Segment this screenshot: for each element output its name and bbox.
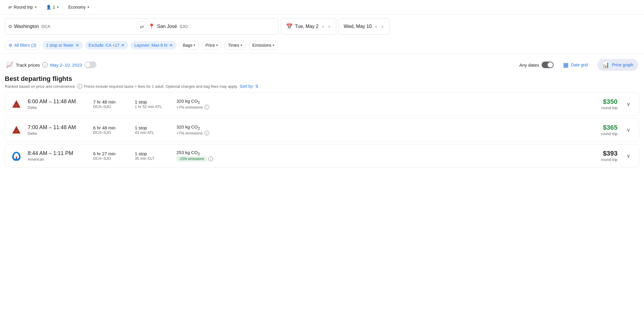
section-subtitle: Ranked based on price and convenience i … [5, 84, 259, 89]
delta-logo-icon [11, 99, 22, 109]
emission-info-icon[interactable]: i [204, 105, 209, 109]
date-grid-button[interactable]: ▦ Date grid [558, 59, 593, 71]
emission-pct-text: +7% emissions [176, 131, 203, 135]
flight-card[interactable]: 7:00 AM – 11:48 AM Delta 6 hr 48 min DCA… [5, 118, 639, 142]
flight-price: $350 round trip [601, 98, 618, 110]
passengers-button[interactable]: 👤 1 ▾ [43, 3, 62, 11]
date-grid-label: Date grid [571, 62, 588, 67]
search-row: Washington DCA ⇄ 📍 San José SJO 📅 Tue, M… [0, 15, 644, 38]
bags-dropdown[interactable]: Bags ▾ [179, 41, 199, 50]
destination-box[interactable]: 📍 San José SJO [148, 23, 275, 30]
cabin-class-chevron: ▾ [87, 5, 89, 9]
flight-stops: 1 stop 1 hr 52 min ATL [135, 99, 171, 109]
section-header: Best departing flights Ranked based on p… [5, 75, 639, 92]
flight-times: 7:00 AM – 11:48 AM Delta [28, 124, 87, 136]
flight-stops-value: 1 stop [135, 151, 171, 156]
flight-emissions: 320 kg CO2 +7% emissions i [176, 124, 224, 135]
price-chevron-icon: ▾ [216, 43, 218, 47]
top-bar: ⇄ Round trip ▾ 👤 1 ▾ Economy ▾ [0, 0, 644, 15]
airline-logo [11, 125, 22, 135]
price-label: Price [205, 43, 215, 48]
times-chevron-icon: ▾ [240, 43, 242, 47]
subtitle-info-icon[interactable]: i [77, 84, 82, 89]
stop-filter-close-icon[interactable]: ✕ [76, 43, 79, 48]
flight-price-value: $365 [601, 124, 618, 131]
price-graph-button[interactable]: 📊 Price graph [597, 59, 638, 71]
flight-emission-pct: +7% emissions i [176, 105, 224, 109]
swap-button[interactable]: ⇄ [136, 21, 147, 32]
emission-pct-text: +7% emissions [176, 105, 203, 109]
flight-emission-pct: -15% emissions i [176, 156, 224, 162]
search-box[interactable]: Washington DCA ⇄ 📍 San José SJO [5, 18, 279, 35]
depart-prev-button[interactable]: ‹ [321, 23, 325, 30]
flight-expand-button[interactable]: ∨ [623, 151, 633, 161]
bags-chevron-icon: ▾ [193, 43, 195, 47]
flight-price-value: $393 [601, 150, 618, 157]
divider [0, 53, 644, 54]
trip-type-chevron: ▾ [35, 5, 37, 9]
flight-route: DCA–SJO [93, 130, 129, 135]
flight-route: DCA–SJO [93, 156, 129, 161]
flight-expand-button[interactable]: ∨ [623, 99, 633, 109]
flight-stops-value: 1 stop [135, 125, 171, 130]
track-prices-label: Track prices [16, 62, 40, 68]
round-trip-icon: ⇄ [8, 5, 12, 10]
flight-emission-pct: +7% emissions i [176, 131, 224, 135]
depart-next-button[interactable]: › [327, 23, 331, 30]
flight-card[interactable]: 8:44 AM – 1:11 PM American 6 hr 27 min D… [5, 144, 639, 167]
track-prices-icon: 📈 [6, 61, 13, 68]
vertical-divider [514, 61, 515, 68]
layover-filter-close-icon[interactable]: ✕ [169, 43, 173, 48]
exclude-filter-close-icon[interactable]: ✕ [121, 43, 125, 48]
price-note: Prices include required taxes + fees for… [84, 84, 238, 89]
flight-emissions: 320 kg CO2 +7% emissions i [176, 98, 224, 109]
flight-price-label: round trip [601, 157, 618, 162]
flight-price-value: $350 [601, 98, 618, 106]
trip-type-button[interactable]: ⇄ Round trip ▾ [5, 3, 40, 11]
flight-co2-value: 320 kg CO2 [176, 124, 224, 131]
any-dates-toggle[interactable] [542, 62, 554, 68]
price-dropdown[interactable]: Price ▾ [201, 41, 222, 50]
flight-stops-value: 1 stop [135, 99, 171, 104]
track-prices-toggle[interactable] [85, 62, 96, 68]
exclude-filter-chip[interactable]: Exclude: CA +17 ✕ [85, 41, 129, 49]
person-icon: 👤 [46, 5, 51, 10]
flight-co2-value: 253 kg CO2 [176, 150, 224, 156]
emissions-dropdown[interactable]: Emissions ▾ [248, 41, 278, 50]
destination-city: San José [157, 24, 177, 29]
trip-type-label: Round trip [14, 5, 33, 10]
flight-card[interactable]: 6:00 AM – 11:48 AM Delta 7 hr 48 min DCA… [5, 92, 639, 116]
flight-price: $393 round trip [601, 150, 618, 162]
sort-by-button[interactable]: Sort by: ⇅ [240, 84, 259, 89]
depart-date-box[interactable]: 📅 Tue, May 2 ‹ › [281, 18, 336, 35]
origin-box[interactable]: Washington DCA [9, 24, 135, 29]
all-filters-button[interactable]: ⚙ All filters (3) [5, 41, 40, 50]
delta-logo-icon [11, 125, 22, 135]
subtitle-rank-text: Ranked based on price and convenience [5, 84, 75, 89]
track-info-icon[interactable]: i [42, 62, 48, 68]
flight-airline: Delta [28, 131, 87, 136]
origin-city: Washington [14, 24, 39, 29]
track-date-range: May 2–10, 2023 [50, 62, 82, 68]
emissions-chevron-icon: ▾ [273, 43, 274, 47]
sliders-icon: ⚙ [9, 43, 12, 48]
times-dropdown[interactable]: Times ▾ [224, 41, 246, 50]
airline-logo [11, 151, 22, 161]
cabin-class-button[interactable]: Economy ▾ [65, 3, 93, 11]
emission-info-icon[interactable]: i [208, 156, 213, 161]
flight-duration: 6 hr 48 min DCA–SJO [93, 125, 129, 135]
return-date-box[interactable]: Wed, May 10 ‹ › [339, 18, 390, 35]
flight-duration-value: 7 hr 48 min [93, 99, 129, 104]
flight-airline: American [28, 157, 87, 162]
flight-price-label: round trip [601, 131, 618, 136]
return-prev-button[interactable]: ‹ [374, 23, 378, 30]
price-graph-label: Price graph [612, 62, 633, 67]
layover-filter-chip[interactable]: Layover: Max 6 hr ✕ [131, 41, 176, 49]
depart-date: Tue, May 2 [295, 24, 318, 29]
flight-price-label: round trip [601, 106, 618, 110]
flight-expand-button[interactable]: ∨ [623, 125, 633, 135]
stop-filter-chip[interactable]: 1 stop or fewer ✕ [43, 41, 83, 49]
return-next-button[interactable]: › [380, 23, 384, 30]
calendar-icon: 📅 [286, 23, 293, 30]
emission-info-icon[interactable]: i [204, 131, 209, 135]
